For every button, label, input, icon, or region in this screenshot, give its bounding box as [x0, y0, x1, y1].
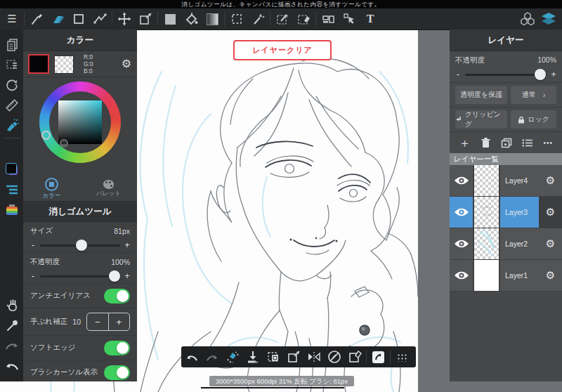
tab-palette[interactable]: パレット	[80, 177, 137, 201]
ruler-icon[interactable]	[0, 95, 23, 115]
layers-panel: レイヤー 不透明度 100% - + 透明度を保護 通常› クリッピング ロック…	[450, 30, 562, 381]
add-layer-button[interactable]: ＋	[459, 135, 471, 151]
opacity-plus[interactable]: +	[124, 271, 130, 281]
foreground-color-swatch[interactable]	[28, 54, 49, 74]
divider	[24, 12, 25, 26]
layer-opacity-slider[interactable]	[465, 74, 547, 76]
layer-clear-button[interactable]: レイヤークリア	[233, 40, 332, 60]
select-tool-icon[interactable]	[226, 8, 247, 30]
transform-tool-icon[interactable]	[135, 8, 156, 30]
lock-button[interactable]: ロック	[511, 110, 556, 129]
eye-icon	[454, 239, 469, 249]
hand-tool-icon[interactable]	[0, 294, 23, 315]
soft-edge-row: ソフトエッジ	[23, 336, 137, 360]
sv-handle[interactable]	[60, 139, 68, 148]
layer-visibility-toggle[interactable]	[450, 197, 473, 228]
opacity-slider[interactable]	[40, 275, 120, 277]
layer-visibility-toggle[interactable]	[450, 260, 473, 291]
select-move-tool-icon[interactable]	[339, 8, 360, 30]
stabilizer-plus-button[interactable]: +	[109, 313, 130, 330]
layer-opacity-knob[interactable]	[535, 69, 546, 80]
protect-alpha-button[interactable]: 透明度を保護	[455, 86, 507, 104]
select-clip-button[interactable]	[263, 346, 283, 367]
layer-opacity-label: 不透明度	[455, 55, 485, 65]
divider	[270, 12, 270, 26]
layer-settings-gear-icon[interactable]: ⚙	[539, 260, 562, 291]
eraser-tool-icon[interactable]	[47, 8, 68, 30]
undo-button[interactable]	[181, 346, 202, 367]
opacity-slider-knob[interactable]	[109, 270, 120, 282]
layer-visibility-toggle[interactable]	[450, 165, 473, 196]
reset-rotate-icon[interactable]	[0, 74, 23, 95]
split-view-icon[interactable]	[318, 8, 339, 30]
size-slider-knob[interactable]	[76, 240, 87, 251]
more-actions-button[interactable]: •••	[543, 139, 553, 147]
layer-settings-gear-icon[interactable]: ⚙	[539, 228, 562, 259]
layer-opacity-minus[interactable]: -	[455, 70, 461, 79]
bottom-rule	[201, 387, 344, 388]
size-label: サイズ	[30, 226, 53, 236]
color-panel-title: カラー	[23, 30, 137, 51]
layer-row-layer4[interactable]: Layer4 ⚙	[450, 165, 562, 197]
size-minus[interactable]: -	[30, 240, 36, 250]
redo-button[interactable]	[202, 346, 222, 367]
magic-wand-tool-icon[interactable]	[247, 8, 268, 30]
airbrush-icon[interactable]	[0, 115, 23, 136]
layer-row-layer3[interactable]: Layer3 ⚙	[450, 197, 562, 228]
layer-opacity-plus[interactable]: +	[551, 70, 556, 79]
polyline-tool-icon[interactable]	[89, 8, 110, 30]
color-swatch-panel-icon[interactable]	[0, 159, 23, 179]
tab-color[interactable]: カラー	[23, 177, 80, 201]
fill-rect-tool-icon[interactable]	[159, 8, 181, 30]
layer-menu-list-button[interactable]	[522, 138, 533, 148]
layer-list-panel-icon[interactable]	[0, 179, 23, 200]
tool-panel-title: 消しゴムツール	[23, 202, 137, 222]
hue-handle[interactable]	[41, 131, 51, 140]
select-list-icon[interactable]	[0, 54, 23, 74]
redo-icon[interactable]	[0, 335, 23, 355]
eraser-switch-button[interactable]	[222, 346, 242, 367]
material-library-icon[interactable]	[517, 8, 538, 30]
eye-icon	[454, 270, 469, 280]
menu-button[interactable]: ☰	[1, 8, 22, 30]
eyedropper-tool-icon[interactable]	[0, 315, 23, 335]
delete-layer-button[interactable]	[481, 137, 491, 148]
rainbow-palette-icon[interactable]	[0, 200, 23, 220]
pages-icon[interactable]	[0, 34, 23, 54]
layer-settings-gear-icon[interactable]: ⚙	[539, 165, 562, 196]
antialias-toggle[interactable]	[104, 289, 130, 303]
size-plus[interactable]: +	[124, 240, 130, 250]
saturation-value-square[interactable]	[58, 100, 102, 144]
move-tool-icon[interactable]	[114, 8, 135, 30]
layer-row-layer2[interactable]: Layer2 ⚙	[450, 228, 562, 260]
disable-draw-button[interactable]	[324, 346, 344, 367]
select-pen-tool-icon[interactable]	[272, 8, 293, 30]
soft-edge-toggle[interactable]	[104, 341, 130, 355]
clear-layer-button[interactable]	[344, 346, 365, 367]
layer-visibility-toggle[interactable]	[450, 228, 473, 259]
bucket-tool-icon[interactable]	[181, 8, 202, 30]
transparent-color-swatch[interactable]	[54, 55, 74, 74]
stabilizer-minus-button[interactable]: −	[87, 313, 109, 330]
brush-tool-icon[interactable]	[26, 8, 47, 30]
export-image-button[interactable]	[368, 346, 388, 367]
color-settings-gear-icon[interactable]: ⚙	[122, 57, 131, 70]
select-eraser-tool-icon[interactable]	[293, 8, 314, 30]
gradient-tool-icon[interactable]	[202, 8, 223, 30]
brush-cursor-toggle[interactable]	[104, 365, 130, 380]
layer-settings-gear-icon[interactable]: ⚙	[539, 197, 562, 228]
save-button[interactable]	[242, 346, 263, 367]
layer-row-layer1[interactable]: Layer1 ⚙	[450, 260, 562, 292]
toolbar-drag-handle[interactable]	[392, 346, 412, 367]
blend-mode-button[interactable]: 通常›	[511, 86, 556, 104]
duplicate-layer-button[interactable]	[501, 138, 512, 148]
opacity-minus[interactable]: -	[30, 271, 36, 281]
layers-panel-toggle-icon[interactable]	[538, 8, 559, 30]
clipping-button[interactable]: クリッピング	[455, 110, 507, 129]
size-slider[interactable]	[40, 244, 120, 247]
transform-button[interactable]	[283, 346, 303, 367]
undo-icon[interactable]	[0, 355, 23, 376]
flip-horizontal-button[interactable]	[303, 346, 324, 367]
shape-tool-icon[interactable]	[68, 8, 89, 30]
text-tool[interactable]: T	[360, 8, 381, 30]
